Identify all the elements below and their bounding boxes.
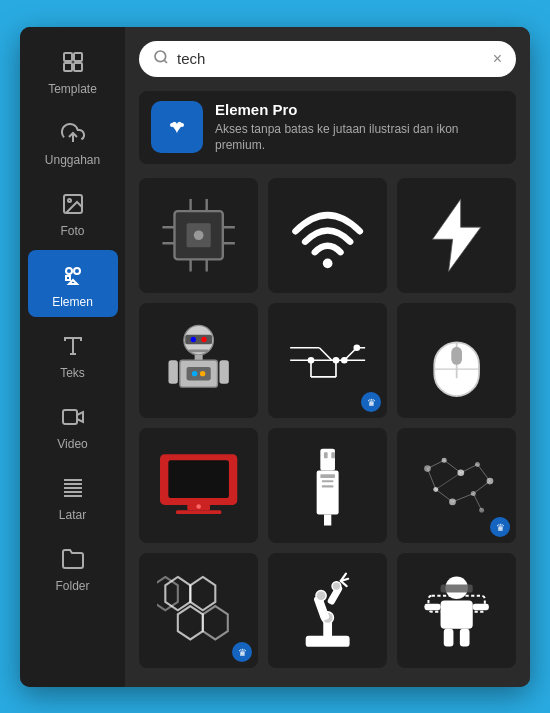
svg-rect-49 <box>219 361 228 384</box>
svg-rect-71 <box>320 449 335 471</box>
svg-line-52 <box>319 348 331 360</box>
svg-rect-48 <box>168 361 177 384</box>
sidebar-item-template[interactable]: Template <box>28 37 118 104</box>
grid-item-hexagons[interactable]: ♛ <box>139 553 258 668</box>
svg-line-93 <box>436 490 453 502</box>
svg-rect-64 <box>451 347 462 365</box>
svg-line-96 <box>473 494 481 511</box>
grid-item-circuit-board[interactable] <box>139 178 258 293</box>
video-icon <box>58 402 88 432</box>
svg-rect-119 <box>460 629 470 647</box>
upload-icon <box>58 118 88 148</box>
sidebar-label-video: Video <box>57 437 87 451</box>
svg-line-95 <box>436 473 461 490</box>
svg-rect-69 <box>176 511 221 515</box>
search-icon <box>153 49 169 69</box>
sidebar-item-foto[interactable]: Foto <box>28 179 118 246</box>
grid-item-robot-arm[interactable] <box>268 553 387 668</box>
svg-rect-118 <box>444 629 454 647</box>
svg-rect-76 <box>322 480 334 482</box>
svg-line-94 <box>427 469 435 490</box>
svg-line-20 <box>164 60 167 63</box>
sidebar-label-folder: Folder <box>55 579 89 593</box>
svg-rect-115 <box>424 604 440 610</box>
svg-rect-75 <box>320 475 335 479</box>
svg-point-61 <box>353 345 360 352</box>
grid-item-mouse[interactable] <box>397 303 516 418</box>
svg-line-88 <box>444 461 461 473</box>
svg-rect-1 <box>74 53 82 61</box>
svg-rect-113 <box>440 585 472 593</box>
promo-title: Elemen Pro <box>215 101 504 118</box>
svg-rect-3 <box>74 63 82 71</box>
icon-grid: ♛ <box>139 178 516 678</box>
premium-badge-circuit: ♛ <box>361 392 381 412</box>
svg-point-106 <box>316 591 326 601</box>
grid-item-circuit-lines[interactable]: ♛ <box>268 303 387 418</box>
photo-icon <box>58 189 88 219</box>
grid-item-robot[interactable] <box>139 303 258 418</box>
svg-rect-67 <box>168 461 229 499</box>
svg-point-8 <box>74 268 80 274</box>
svg-marker-100 <box>203 606 228 639</box>
svg-point-23 <box>170 123 174 127</box>
svg-point-7 <box>66 268 72 274</box>
svg-line-90 <box>477 465 489 482</box>
clear-search-button[interactable]: × <box>493 50 502 68</box>
search-input[interactable] <box>177 50 485 67</box>
sidebar: Template Unggahan Foto <box>20 27 125 687</box>
sidebar-label-foto: Foto <box>60 224 84 238</box>
grid-item-usb[interactable] <box>268 428 387 543</box>
template-icon <box>58 47 88 77</box>
svg-point-70 <box>196 505 201 510</box>
sidebar-item-folder[interactable]: Folder <box>28 534 118 601</box>
svg-line-91 <box>473 481 490 493</box>
app-container: Template Unggahan Foto <box>20 27 530 687</box>
sidebar-item-video[interactable]: Video <box>28 392 118 459</box>
svg-rect-2 <box>64 63 72 71</box>
elements-icon <box>58 260 88 290</box>
svg-point-46 <box>192 371 197 376</box>
main-content: × ♥ Elemen Pro Akses tanpa batas ke juta… <box>125 27 530 687</box>
svg-rect-77 <box>322 486 334 488</box>
grid-item-network-dots[interactable]: ♛ <box>397 428 516 543</box>
premium-badge-network: ♛ <box>490 517 510 537</box>
svg-rect-0 <box>64 53 72 61</box>
grid-item-tech-person[interactable] <box>397 553 516 668</box>
svg-point-35 <box>194 231 204 241</box>
sidebar-item-latar[interactable]: Latar <box>28 463 118 530</box>
svg-point-108 <box>332 582 341 591</box>
folder-icon <box>58 544 88 574</box>
svg-point-59 <box>332 357 339 364</box>
grid-item-wifi[interactable] <box>268 178 387 293</box>
premium-badge-hex: ♛ <box>232 642 252 662</box>
promo-text: Elemen Pro Akses tanpa batas ke jutaan i… <box>215 101 504 155</box>
sidebar-item-elemen[interactable]: Elemen <box>28 250 118 317</box>
svg-line-89 <box>461 465 478 473</box>
sidebar-label-unggahan: Unggahan <box>45 153 100 167</box>
svg-point-19 <box>155 51 166 62</box>
promo-banner[interactable]: ♥ Elemen Pro Akses tanpa batas ke jutaan… <box>139 91 516 165</box>
sidebar-label-elemen: Elemen <box>52 295 93 309</box>
svg-line-87 <box>427 461 444 469</box>
svg-point-60 <box>341 357 348 364</box>
svg-point-40 <box>190 337 195 342</box>
svg-rect-116 <box>473 604 489 610</box>
grid-item-monitor[interactable] <box>139 428 258 543</box>
svg-rect-43 <box>194 355 202 360</box>
grid-item-lightning[interactable] <box>397 178 516 293</box>
svg-marker-37 <box>432 199 480 271</box>
svg-marker-98 <box>190 577 215 610</box>
promo-icon: ♥ <box>151 101 203 153</box>
svg-line-92 <box>452 494 473 502</box>
svg-point-58 <box>308 357 315 364</box>
svg-rect-13 <box>63 410 77 424</box>
sidebar-item-unggahan[interactable]: Unggahan <box>28 108 118 175</box>
sidebar-item-teks[interactable]: Teks <box>28 321 118 388</box>
svg-point-24 <box>180 123 184 127</box>
svg-point-6 <box>68 199 71 202</box>
svg-rect-72 <box>324 453 328 459</box>
svg-point-41 <box>201 337 206 342</box>
svg-marker-101 <box>157 577 178 610</box>
search-bar: × <box>139 41 516 77</box>
